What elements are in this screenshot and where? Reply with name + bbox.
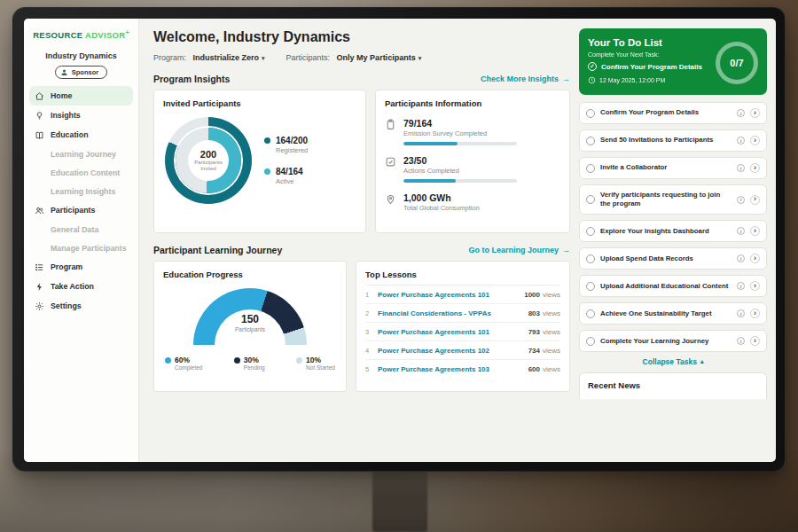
check-icon: ✓: [588, 62, 597, 71]
check-square-icon: [385, 156, 396, 168]
participants-select[interactable]: Only My Participants▾: [337, 53, 422, 62]
todo-next-task[interactable]: ✓ Confirm Your Program Details: [588, 62, 710, 71]
participants-filter: Participants: Only My Participants▾: [286, 53, 422, 62]
lesson-link[interactable]: Financial Considerations - VPPAs: [378, 309, 523, 317]
chevron-right-icon[interactable]: ›: [750, 136, 760, 145]
task-checkbox[interactable]: [586, 227, 595, 236]
sidebar-item-insights[interactable]: Insights: [24, 106, 138, 125]
sponsor-badge[interactable]: Sponsor: [55, 66, 107, 79]
chevron-right-icon[interactable]: ›: [750, 281, 760, 291]
lesson-link[interactable]: Power Purchase Agreements 103: [378, 365, 523, 373]
info-icon[interactable]: i: [737, 196, 745, 204]
chevron-right-icon[interactable]: ›: [750, 309, 760, 318]
legend-item: 30%Pending: [234, 356, 265, 371]
lesson-link[interactable]: Power Purchase Agreements 102: [378, 347, 523, 355]
task-checkbox[interactable]: [586, 164, 595, 173]
bolt-icon: [35, 282, 44, 292]
sidebar-item-general-data[interactable]: General Data: [24, 220, 138, 239]
lesson-row: 1 Power Purchase Agreements 101 1000view…: [365, 286, 560, 304]
todo-task-item[interactable]: Explore Your Insights Dashboardi›: [579, 220, 767, 242]
card-title: Participants Information: [385, 98, 560, 108]
task-checkbox[interactable]: [586, 137, 595, 145]
page-title: Welcome, Industry Dynamics: [153, 29, 570, 45]
info-icon[interactable]: i: [737, 137, 745, 145]
location-pin-icon: [385, 193, 396, 205]
sidebar-item-program[interactable]: Program: [24, 257, 138, 277]
logo-advisor: ADVISOR: [85, 30, 125, 40]
todo-task-item[interactable]: Upload Additional Educational Contenti›: [579, 275, 767, 297]
task-checkbox[interactable]: [586, 195, 595, 204]
check-more-insights-link[interactable]: Check More Insights→: [481, 74, 570, 83]
todo-task-item[interactable]: Verify participants requesting to join t…: [579, 184, 767, 215]
todo-task-item[interactable]: Upload Spend Data Recordsi›: [579, 247, 767, 270]
todo-task-list: Confirm Your Program Detailsi› Send 50 I…: [579, 102, 767, 352]
info-icon[interactable]: i: [737, 109, 745, 117]
legend-item: 10%Not Started: [296, 356, 335, 371]
top-lessons-card: Top Lessons 1 Power Purchase Agreements …: [356, 261, 570, 392]
info-row: 79/164 Emission Survey Completed: [385, 118, 560, 145]
todo-task-item[interactable]: Send 50 Invitations to Participantsi›: [579, 129, 767, 152]
info-icon[interactable]: i: [737, 254, 745, 262]
invited-participants-card: Invited Participants 200 Participants In…: [153, 90, 366, 233]
invited-donut-chart: 200 Participants Invited: [165, 117, 252, 204]
sidebar-item-education-content[interactable]: Education Content: [24, 163, 138, 182]
recent-news-card: Recent News: [579, 372, 767, 399]
sidebar-item-participants[interactable]: Participants: [24, 200, 138, 220]
sidebar-item-manage-participants[interactable]: Manage Participants: [24, 239, 138, 257]
task-checkbox[interactable]: [586, 337, 595, 346]
legend-item: 84/164Active: [264, 167, 308, 185]
chevron-down-icon: ▾: [419, 55, 422, 61]
todo-panel: Your To Do List Complete Your Next Task:…: [577, 19, 776, 462]
sidebar-item-settings[interactable]: Settings: [24, 296, 138, 316]
resource-advisor-logo: RESOURCE ADVISOR+: [24, 29, 138, 40]
todo-task-item[interactable]: Complete Your Learning Journeyi›: [579, 330, 767, 352]
chevron-right-icon[interactable]: ›: [750, 163, 760, 173]
todo-task-item[interactable]: Invite a Collaboratori›: [579, 157, 767, 179]
sidebar-item-education[interactable]: Education: [24, 125, 138, 145]
chevron-down-icon: ▾: [262, 55, 265, 61]
progress-bar: [403, 179, 517, 183]
donut-center-value: 200: [200, 149, 216, 160]
chevron-right-icon[interactable]: ›: [750, 108, 760, 118]
logo-resource: RESOURCE: [33, 30, 82, 40]
chevron-right-icon[interactable]: ›: [750, 195, 760, 205]
sidebar-item-learning-insights[interactable]: Learning Insights: [24, 182, 138, 200]
todo-task-item[interactable]: Confirm Your Program Detailsi›: [579, 102, 767, 124]
info-icon[interactable]: i: [737, 309, 745, 317]
task-checkbox[interactable]: [586, 282, 595, 291]
chevron-right-icon[interactable]: ›: [750, 254, 760, 263]
collapse-tasks-link[interactable]: Collapse Tasks▴: [579, 357, 767, 366]
recent-news-title: Recent News: [588, 380, 640, 390]
sidebar-item-take-action[interactable]: Take Action: [24, 277, 138, 296]
participants-filter-label: Participants:: [286, 53, 331, 62]
lesson-row: 4 Power Purchase Agreements 102 734views: [365, 341, 560, 360]
info-icon[interactable]: i: [737, 227, 745, 235]
todo-summary-card: Your To Do List Complete Your Next Task:…: [579, 28, 767, 95]
info-icon[interactable]: i: [737, 337, 745, 345]
sidebar-item-learning-journey[interactable]: Learning Journey: [24, 145, 138, 163]
users-icon: [35, 206, 44, 215]
todo-task-item[interactable]: Achieve One Sustainability Targeti›: [579, 302, 767, 325]
program-select[interactable]: Industrialize Zero▾: [193, 53, 265, 62]
sidebar-item-home[interactable]: Home: [29, 86, 133, 106]
participants-select-value: Only My Participants: [337, 53, 416, 62]
chevron-right-icon[interactable]: ›: [750, 226, 760, 236]
arrow-right-icon: →: [562, 74, 570, 83]
info-icon[interactable]: i: [737, 282, 745, 290]
legend-dot: [234, 357, 240, 364]
lesson-link[interactable]: Power Purchase Agreements 101: [378, 291, 519, 299]
todo-progress-count: 0/7: [730, 58, 743, 68]
task-checkbox[interactable]: [586, 254, 595, 263]
chevron-right-icon[interactable]: ›: [750, 336, 760, 346]
clipboard-icon: [385, 119, 396, 130]
lesson-link[interactable]: Power Purchase Agreements 101: [378, 328, 523, 336]
go-to-learning-journey-link[interactable]: Go to Learning Journey→: [468, 246, 570, 254]
info-row: 1,000 GWh Total Global Consumption: [385, 192, 560, 212]
donut-legend: 164/200Registered 84/164Active: [264, 136, 308, 185]
task-checkbox[interactable]: [586, 109, 595, 118]
info-icon[interactable]: i: [737, 164, 745, 172]
legend-item: 60%Completed: [165, 356, 202, 371]
chevron-up-icon: ▴: [700, 358, 704, 365]
task-checkbox[interactable]: [586, 309, 595, 318]
section-title-program-insights: Program Insights: [153, 74, 230, 84]
